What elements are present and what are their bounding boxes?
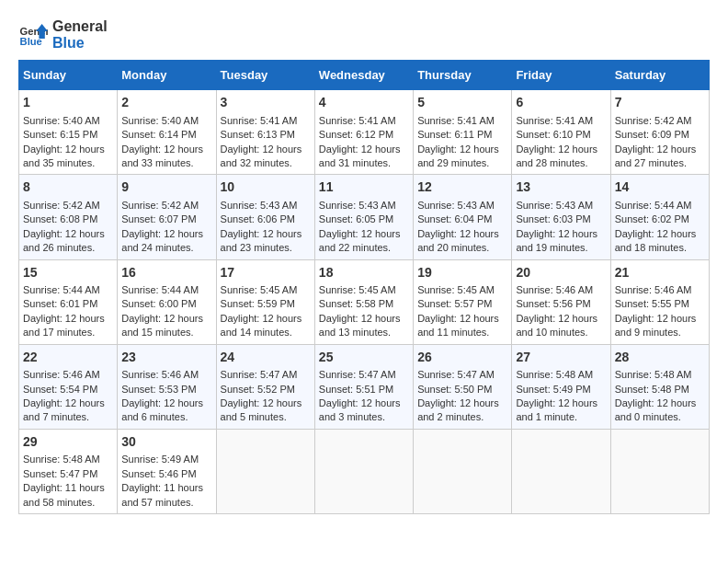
sunrise-text: Sunrise: 5:44 AM	[121, 284, 199, 295]
day-number: 3	[221, 94, 311, 112]
sunrise-text: Sunrise: 5:43 AM	[417, 200, 495, 211]
sunrise-text: Sunrise: 5:43 AM	[319, 200, 396, 211]
daylight-text: Daylight: 12 hours and 17 minutes.	[23, 313, 105, 338]
day-number: 27	[516, 349, 606, 367]
daylight-text: Daylight: 12 hours and 33 minutes.	[121, 144, 203, 168]
sunset-text: Sunset: 6:01 PM	[23, 298, 97, 309]
daylight-text: Daylight: 12 hours and 15 minutes.	[121, 313, 203, 338]
sunset-text: Sunset: 5:52 PM	[221, 384, 295, 395]
calendar-cell: 13Sunrise: 5:43 AMSunset: 6:03 PMDayligh…	[512, 175, 610, 259]
sunset-text: Sunset: 6:10 PM	[516, 129, 590, 140]
day-number: 2	[121, 94, 211, 112]
calendar-cell: 7Sunrise: 5:42 AMSunset: 6:09 PMDaylight…	[610, 90, 709, 175]
day-number: 5	[417, 94, 507, 112]
sunrise-text: Sunrise: 5:43 AM	[516, 200, 593, 211]
col-header-friday: Friday	[512, 61, 610, 90]
daylight-text: Daylight: 12 hours and 29 minutes.	[417, 144, 499, 168]
day-number: 12	[417, 178, 507, 197]
daylight-text: Daylight: 12 hours and 23 minutes.	[221, 228, 302, 253]
daylight-text: Daylight: 12 hours and 9 minutes.	[615, 313, 697, 338]
calendar-cell: 24Sunrise: 5:47 AMSunset: 5:52 PMDayligh…	[216, 344, 314, 429]
calendar-cell: 20Sunrise: 5:46 AMSunset: 5:56 PMDayligh…	[512, 259, 610, 344]
week-row-1: 1Sunrise: 5:40 AMSunset: 6:15 PMDaylight…	[19, 90, 710, 175]
sunrise-text: Sunrise: 5:41 AM	[319, 115, 396, 126]
daylight-text: Daylight: 12 hours and 6 minutes.	[121, 397, 203, 422]
calendar-cell	[216, 429, 314, 513]
sunrise-text: Sunrise: 5:48 AM	[23, 454, 100, 465]
sunrise-text: Sunrise: 5:41 AM	[417, 115, 495, 126]
sunrise-text: Sunrise: 5:49 AM	[121, 454, 199, 465]
sunset-text: Sunset: 6:07 PM	[121, 213, 196, 224]
day-number: 23	[121, 349, 211, 367]
calendar-table: SundayMondayTuesdayWednesdayThursdayFrid…	[18, 60, 710, 514]
day-number: 6	[516, 94, 606, 112]
daylight-text: Daylight: 12 hours and 20 minutes.	[417, 228, 499, 253]
sunset-text: Sunset: 6:15 PM	[23, 129, 97, 140]
calendar-cell: 12Sunrise: 5:43 AMSunset: 6:04 PMDayligh…	[414, 175, 512, 259]
logo: General Blue General Blue	[18, 18, 108, 51]
logo-icon: General Blue	[18, 20, 48, 50]
sunset-text: Sunset: 5:53 PM	[121, 384, 196, 395]
sunrise-text: Sunrise: 5:41 AM	[516, 115, 593, 126]
calendar-cell	[512, 429, 610, 513]
sunset-text: Sunset: 5:49 PM	[516, 384, 590, 395]
sunset-text: Sunset: 5:50 PM	[417, 384, 492, 395]
day-number: 1	[23, 94, 113, 112]
daylight-text: Daylight: 12 hours and 14 minutes.	[221, 313, 302, 338]
day-number: 18	[319, 264, 409, 282]
daylight-text: Daylight: 12 hours and 35 minutes.	[23, 144, 105, 168]
sunset-text: Sunset: 6:05 PM	[319, 213, 393, 224]
sunrise-text: Sunrise: 5:47 AM	[319, 369, 396, 380]
calendar-cell: 26Sunrise: 5:47 AMSunset: 5:50 PMDayligh…	[414, 344, 512, 429]
week-row-3: 15Sunrise: 5:44 AMSunset: 6:01 PMDayligh…	[19, 259, 710, 344]
sunset-text: Sunset: 5:54 PM	[23, 384, 97, 395]
daylight-text: Daylight: 12 hours and 1 minute.	[516, 397, 597, 422]
sunset-text: Sunset: 5:46 PM	[121, 468, 196, 479]
sunset-text: Sunset: 6:08 PM	[23, 213, 97, 224]
daylight-text: Daylight: 12 hours and 5 minutes.	[221, 397, 302, 422]
day-number: 29	[23, 433, 113, 452]
calendar-cell: 6Sunrise: 5:41 AMSunset: 6:10 PMDaylight…	[512, 90, 610, 175]
sunrise-text: Sunrise: 5:47 AM	[221, 369, 298, 380]
sunset-text: Sunset: 6:14 PM	[121, 129, 196, 140]
sunrise-text: Sunrise: 5:48 AM	[516, 369, 593, 380]
daylight-text: Daylight: 12 hours and 27 minutes.	[615, 144, 697, 168]
sunset-text: Sunset: 6:02 PM	[615, 213, 689, 224]
sunrise-text: Sunrise: 5:44 AM	[23, 284, 100, 295]
sunset-text: Sunset: 6:04 PM	[417, 213, 492, 224]
sunset-text: Sunset: 5:59 PM	[221, 298, 295, 309]
day-number: 13	[516, 178, 606, 197]
calendar-cell: 16Sunrise: 5:44 AMSunset: 6:00 PMDayligh…	[118, 259, 216, 344]
col-header-monday: Monday	[118, 61, 216, 90]
calendar-cell: 27Sunrise: 5:48 AMSunset: 5:49 PMDayligh…	[512, 344, 610, 429]
calendar-cell: 15Sunrise: 5:44 AMSunset: 6:01 PMDayligh…	[19, 259, 118, 344]
day-number: 16	[121, 264, 211, 282]
logo-text: General Blue	[52, 18, 108, 51]
sunset-text: Sunset: 5:51 PM	[319, 384, 393, 395]
calendar-cell: 3Sunrise: 5:41 AMSunset: 6:13 PMDaylight…	[216, 90, 314, 175]
sunset-text: Sunset: 5:47 PM	[23, 468, 97, 479]
day-number: 17	[221, 264, 311, 282]
calendar-cell: 21Sunrise: 5:46 AMSunset: 5:55 PMDayligh…	[610, 259, 709, 344]
sunrise-text: Sunrise: 5:45 AM	[221, 284, 298, 295]
day-number: 28	[615, 349, 705, 367]
sunrise-text: Sunrise: 5:40 AM	[121, 115, 199, 126]
sunrise-text: Sunrise: 5:47 AM	[417, 369, 495, 380]
day-number: 30	[121, 433, 211, 452]
daylight-text: Daylight: 12 hours and 31 minutes.	[319, 144, 401, 168]
daylight-text: Daylight: 12 hours and 11 minutes.	[417, 313, 499, 338]
calendar-cell	[314, 429, 413, 513]
sunrise-text: Sunrise: 5:44 AM	[615, 200, 692, 211]
col-header-saturday: Saturday	[610, 61, 709, 90]
daylight-text: Daylight: 12 hours and 24 minutes.	[121, 228, 203, 253]
sunrise-text: Sunrise: 5:46 AM	[23, 369, 100, 380]
day-number: 10	[221, 178, 311, 197]
page-header: General Blue General Blue	[18, 18, 710, 51]
calendar-cell	[414, 429, 512, 513]
sunrise-text: Sunrise: 5:45 AM	[417, 284, 495, 295]
col-header-thursday: Thursday	[414, 61, 512, 90]
svg-text:Blue: Blue	[20, 36, 42, 47]
sunrise-text: Sunrise: 5:46 AM	[615, 284, 692, 295]
sunset-text: Sunset: 5:57 PM	[417, 298, 492, 309]
daylight-text: Daylight: 12 hours and 0 minutes.	[615, 397, 697, 422]
